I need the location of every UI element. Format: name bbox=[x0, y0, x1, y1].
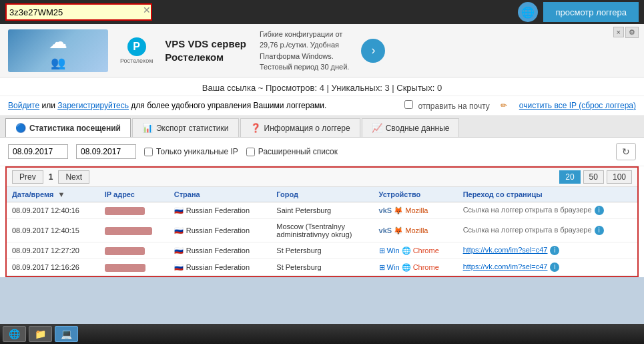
clear-ip-link[interactable]: очистить все IP (сброс логгера) bbox=[519, 101, 636, 110]
extended-list-text: Расширенный список bbox=[258, 147, 338, 156]
referrer-link[interactable]: https://vk.com/im?sel=c47 bbox=[463, 246, 548, 254]
per-page-20-button[interactable]: 20 bbox=[559, 170, 580, 184]
cell-ip: 83.10*.***.* bbox=[99, 242, 169, 259]
login-text-wrap: Войдите или Зарегистрируйтесь для более … bbox=[8, 101, 326, 110]
taskbar-browser-icon: 🌐 bbox=[9, 329, 20, 339]
tab-export[interactable]: 📊 Экспорт статистики bbox=[132, 118, 239, 137]
cell-city: St Petersburg bbox=[271, 259, 373, 276]
taskbar-item-active[interactable]: 💻 bbox=[55, 326, 78, 342]
search-input[interactable] bbox=[5, 3, 152, 21]
cell-city: Moscow (Tsentralnyyadministrativnyy okru… bbox=[271, 219, 373, 242]
top-bar: ✕ 🌐 просмотр логгера bbox=[0, 0, 644, 24]
stats-bar: Ваша ссылка ~ Просмотров: 4 | Уникальных… bbox=[0, 77, 644, 96]
cell-datetime: 08.09.2017 12:27:20 bbox=[7, 242, 99, 259]
cell-city: St Petersburg bbox=[271, 242, 373, 259]
refresh-button[interactable]: ↻ bbox=[616, 143, 636, 160]
unique-ip-checkbox[interactable] bbox=[144, 148, 153, 156]
ad-image: ☁ 👥 bbox=[8, 29, 108, 72]
flag-icon: 🇷🇺 bbox=[174, 226, 184, 234]
ip-blurred: 195.211.***.*** bbox=[105, 227, 153, 235]
tab-visits-icon: 🔵 bbox=[15, 123, 26, 133]
table-row: 08.09.2017 12:40:16 95.***.*** 🇷🇺Russian… bbox=[7, 202, 637, 219]
cell-country: 🇷🇺Russian Federation bbox=[169, 219, 272, 242]
next-page-button[interactable]: Next bbox=[58, 170, 89, 184]
info-button[interactable]: i bbox=[595, 226, 604, 235]
extended-list-checkbox[interactable] bbox=[246, 148, 255, 156]
vk-icon: vkS bbox=[379, 206, 392, 214]
tab-summary[interactable]: 📈 Сводные данные bbox=[362, 118, 460, 137]
ad-logo-symbol: P bbox=[127, 37, 146, 56]
prev-page-button[interactable]: Prev bbox=[12, 170, 43, 184]
taskbar-item-folder[interactable]: 📁 bbox=[29, 326, 52, 342]
email-text: отправить на почту bbox=[418, 102, 489, 111]
cell-device: ⊞ Win 🌐 Chrome bbox=[374, 259, 458, 276]
suffix-text: для более удобного управления Вашими лог… bbox=[129, 101, 326, 110]
info-button[interactable]: i bbox=[595, 206, 604, 215]
ip-blurred: 83.10*.***.* bbox=[105, 247, 145, 255]
col-ip: IP адрес bbox=[99, 187, 169, 202]
cell-device: vkS 🦊 Mozilla bbox=[374, 219, 458, 242]
cell-datetime: 08.09.2017 12:40:15 bbox=[7, 219, 99, 242]
people-icon: 👥 bbox=[51, 55, 65, 70]
or-text: или bbox=[39, 101, 57, 110]
info-button[interactable]: i bbox=[550, 246, 559, 255]
unique-ip-label[interactable]: Только уникальные IP bbox=[144, 147, 238, 156]
flag-icon: 🇷🇺 bbox=[174, 246, 184, 254]
referrer-link[interactable]: https://vk.com/im?sel=c47 bbox=[463, 263, 548, 271]
pencil-icon: ✏ bbox=[501, 101, 507, 110]
cell-ip: 195.211.***.*** bbox=[99, 219, 169, 242]
taskbar-item-browser[interactable]: 🌐 bbox=[3, 326, 26, 342]
login-link[interactable]: Войдите bbox=[8, 101, 39, 110]
cell-country: 🇷🇺Russian Federation bbox=[169, 259, 272, 276]
date-filter-row: Только уникальные IP Расширенный список … bbox=[0, 138, 644, 166]
ad-close-button[interactable]: × bbox=[613, 27, 624, 37]
date-to-input[interactable] bbox=[76, 144, 136, 159]
col-datetime: Дата/время ▼ bbox=[7, 187, 99, 202]
cell-country: 🇷🇺Russian Federation bbox=[169, 242, 272, 259]
mozilla-icon: 🦊 Mozilla bbox=[394, 206, 428, 214]
tab-summary-label: Сводные данные bbox=[386, 124, 450, 133]
chrome-icon: 🌐 Chrome bbox=[402, 246, 439, 254]
per-page-50-button[interactable]: 50 bbox=[583, 170, 604, 184]
unique-ip-text: Только уникальные IP bbox=[156, 147, 238, 156]
cell-ip: 95.***.*** bbox=[99, 202, 169, 219]
date-from-input[interactable] bbox=[8, 144, 68, 159]
stats-text: Ваша ссылка ~ Просмотров: 4 | Уникальных… bbox=[202, 83, 442, 93]
table-row: 08.09.2017 12:16:26 83.10*.***.*4 🇷🇺Russ… bbox=[7, 259, 637, 276]
tab-visits-label: Статистика посещений bbox=[29, 124, 121, 133]
view-logger-button[interactable]: просмотр логгера bbox=[543, 2, 639, 22]
email-checkbox[interactable] bbox=[404, 100, 413, 109]
ad-settings-button[interactable]: ⚙ bbox=[625, 27, 639, 38]
info-button[interactable]: i bbox=[550, 263, 559, 272]
cell-referrer: https://vk.com/im?sel=c47i bbox=[458, 259, 637, 276]
ad-logo: P Ростелеком bbox=[120, 37, 153, 64]
table-row: 08.09.2017 12:27:20 83.10*.***.* 🇷🇺Russi… bbox=[7, 242, 637, 259]
ad-image-inner: ☁ 👥 bbox=[49, 31, 67, 70]
globe-button[interactable]: 🌐 bbox=[518, 2, 538, 22]
extended-list-label[interactable]: Расширенный список bbox=[246, 147, 338, 156]
main-content: Ваша ссылка ~ Просмотров: 4 | Уникальных… bbox=[0, 77, 644, 277]
email-label[interactable]: отправить на почту bbox=[404, 100, 490, 111]
tab-info[interactable]: ❓ Информация о логгере bbox=[240, 118, 360, 137]
login-bar: Войдите или Зарегистрируйтесь для более … bbox=[0, 96, 644, 116]
tab-info-icon: ❓ bbox=[250, 123, 261, 133]
tab-visits[interactable]: 🔵 Статистика посещений bbox=[5, 118, 131, 137]
ad-title-wrap: VPS VDS серверРостелеком bbox=[165, 37, 246, 63]
col-device: Устройство bbox=[374, 187, 458, 202]
register-link[interactable]: Зарегистрируйтесь bbox=[57, 101, 129, 110]
data-table: Дата/время ▼ IP адрес Страна Город Устро… bbox=[7, 187, 637, 276]
referrer-text: Ссылка на логгер открыта в браузере bbox=[463, 226, 592, 234]
taskbar-folder-icon: 📁 bbox=[35, 329, 46, 339]
cell-referrer: https://vk.com/im?sel=c47i bbox=[458, 242, 637, 259]
tab-export-label: Экспорт статистики bbox=[156, 124, 229, 133]
ad-description: Гибкие конфигурации от29,76 р./сутки. Уд… bbox=[260, 29, 350, 73]
per-page-100-button[interactable]: 100 bbox=[607, 170, 632, 184]
chrome-icon: 🌐 Chrome bbox=[402, 263, 439, 271]
cell-device: vkS 🦊 Mozilla bbox=[374, 202, 458, 219]
table-container: Prev 1 Next 20 50 100 Дата/время ▼ IP ад… bbox=[5, 166, 639, 277]
ad-arrow-button[interactable]: › bbox=[361, 39, 385, 63]
cloud-icon: ☁ bbox=[49, 31, 67, 53]
cell-ip: 83.10*.***.*4 bbox=[99, 259, 169, 276]
search-clear-button[interactable]: ✕ bbox=[143, 5, 151, 15]
win-icon: ⊞ Win bbox=[379, 263, 400, 271]
